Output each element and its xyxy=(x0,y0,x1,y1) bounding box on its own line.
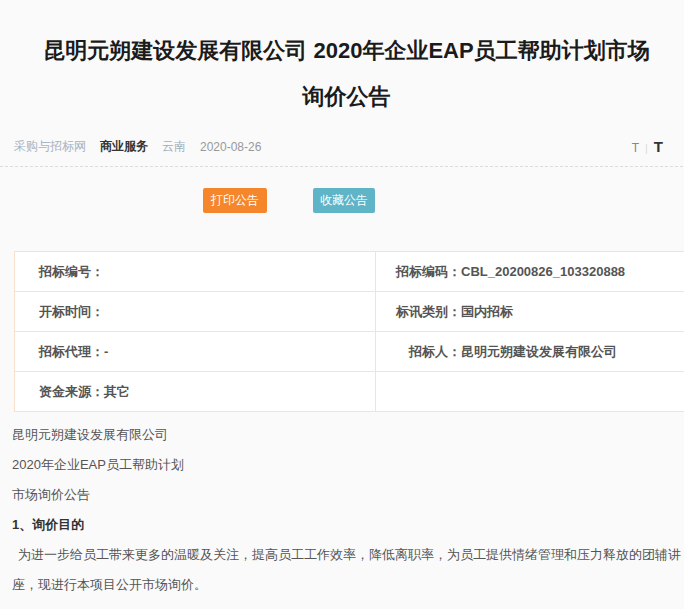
purpose-paragraph: 为进一步给员工带来更多的温暖及关注，提高员工工作效率，降低离职率，为员工提供情绪… xyxy=(12,540,681,600)
page-title: 昆明元朔建设发展有限公司 2020年企业EAP员工帮助计划市场询价公告 xyxy=(0,0,693,120)
table-row: 招标代理：- 招标人：昆明元朔建设发展有限公司 xyxy=(15,332,693,372)
dashed-divider xyxy=(0,166,693,167)
font-size-controls: T | T xyxy=(632,138,679,155)
bid-agent-cell: 招标代理：- xyxy=(15,332,376,372)
bidder-cell: 招标人：昆明元朔建设发展有限公司 xyxy=(376,332,693,372)
table-row: 招标编号： 招标编码：CBL_20200826_103320888 xyxy=(15,252,693,292)
action-buttons: 打印公告 收藏公告 xyxy=(0,188,693,213)
table-row: 开标时间： 标讯类别：国内招标 xyxy=(15,292,693,332)
font-size-small-button[interactable]: T xyxy=(632,141,639,155)
breadcrumb-category-link[interactable]: 商业服务 xyxy=(100,138,148,155)
empty-cell xyxy=(376,372,693,412)
table-row: 资金来源：其它 xyxy=(15,372,693,412)
body-line-company: 昆明元朔建设发展有限公司 xyxy=(12,420,681,450)
breadcrumb: 采购与招标网 商业服务 云南 2020-08-26 xyxy=(14,138,261,155)
bid-info-table: 招标编号： 招标编码：CBL_20200826_103320888 开标时间： … xyxy=(14,251,693,412)
bid-code-cell: 招标编码：CBL_20200826_103320888 xyxy=(376,252,693,292)
announcement-body: 昆明元朔建设发展有限公司 2020年企业EAP员工帮助计划 市场询价公告 1、询… xyxy=(0,420,693,600)
breadcrumb-site-link[interactable]: 采购与招标网 xyxy=(14,138,86,155)
font-size-divider: | xyxy=(645,142,648,154)
scrollbar-track[interactable] xyxy=(684,0,693,609)
publish-date: 2020-08-26 xyxy=(200,140,261,154)
favorite-announcement-button[interactable]: 收藏公告 xyxy=(313,188,375,213)
print-announcement-button[interactable]: 打印公告 xyxy=(203,188,267,213)
breadcrumb-region-link[interactable]: 云南 xyxy=(162,138,186,155)
bid-category-cell: 标讯类别：国内招标 xyxy=(376,292,693,332)
announcement-page: 昆明元朔建设发展有限公司 2020年企业EAP员工帮助计划市场询价公告 采购与招… xyxy=(0,0,693,609)
font-size-large-button[interactable]: T xyxy=(654,138,663,155)
body-line-notice-type: 市场询价公告 xyxy=(12,480,681,510)
section-heading-purpose: 1、询价目的 xyxy=(12,510,681,540)
bid-number-cell: 招标编号： xyxy=(15,252,376,292)
open-time-cell: 开标时间： xyxy=(15,292,376,332)
fund-source-cell: 资金来源：其它 xyxy=(15,372,376,412)
body-line-project: 2020年企业EAP员工帮助计划 xyxy=(12,450,681,480)
meta-row: 采购与招标网 商业服务 云南 2020-08-26 T | T xyxy=(0,139,693,154)
